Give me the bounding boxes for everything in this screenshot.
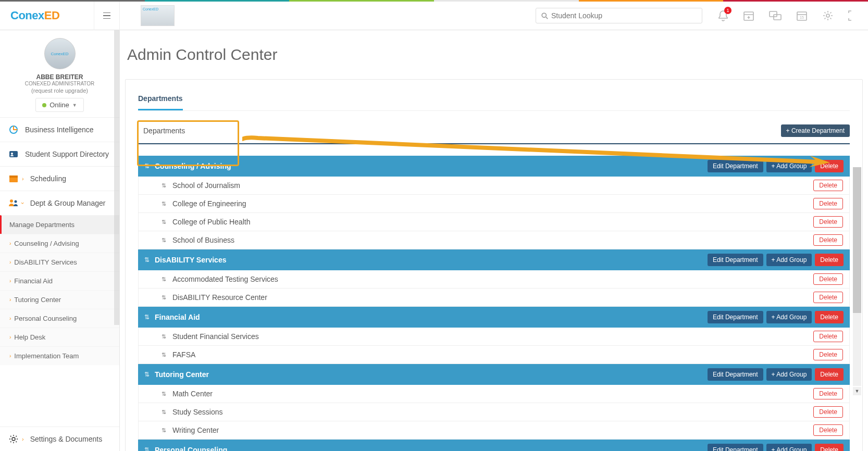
- sort-handle-icon[interactable]: ⇅: [144, 371, 150, 378]
- group-row[interactable]: ⇅DisABILITY Resource CenterDelete: [138, 289, 850, 307]
- svg-point-13: [15, 201, 17, 203]
- delete-department-button[interactable]: Delete: [815, 254, 844, 266]
- nav-student-directory[interactable]: Student Support Directory: [0, 142, 119, 166]
- nav-settings-documents[interactable]: › Settings & Documents: [0, 427, 119, 451]
- sort-handle-icon[interactable]: ⇅: [162, 182, 166, 189]
- student-lookup-search[interactable]: [536, 8, 702, 23]
- sort-handle-icon[interactable]: ⇅: [144, 446, 150, 451]
- sort-handle-icon[interactable]: ⇅: [162, 333, 166, 340]
- group-row[interactable]: ⇅College of Public HealthDelete: [138, 213, 850, 231]
- avatar[interactable]: ConexED: [44, 38, 76, 69]
- add-group-button[interactable]: + Add Group: [766, 368, 812, 381]
- delete-group-button[interactable]: Delete: [813, 198, 843, 209]
- delete-group-button[interactable]: Delete: [813, 292, 843, 303]
- delete-group-button[interactable]: Delete: [813, 349, 843, 360]
- role-upgrade-link[interactable]: (request role upgrade): [5, 87, 114, 94]
- group-row[interactable]: ⇅FAFSADelete: [138, 346, 850, 364]
- sidebar-scrollbar[interactable]: [114, 30, 119, 325]
- delete-department-button[interactable]: Delete: [815, 160, 844, 172]
- group-name: School of Business: [172, 236, 234, 244]
- calendar-plus-icon[interactable]: [743, 10, 754, 21]
- sort-handle-icon[interactable]: ⇅: [162, 294, 166, 301]
- group-row[interactable]: ⇅School of BusinessDelete: [138, 231, 850, 249]
- sort-handle-icon[interactable]: ⇅: [162, 352, 166, 358]
- delete-group-button[interactable]: Delete: [813, 180, 843, 191]
- tab-departments[interactable]: Departments: [138, 90, 183, 110]
- group-row[interactable]: ⇅Student Financial ServicesDelete: [138, 328, 850, 346]
- nav-dept-group-manager[interactable]: › Dept & Group Manager: [0, 191, 119, 215]
- edit-department-button[interactable]: Edit Department: [708, 160, 763, 172]
- sort-handle-icon[interactable]: ⇅: [162, 201, 166, 207]
- delete-department-button[interactable]: Delete: [815, 444, 844, 451]
- group-row[interactable]: ⇅Accommodated Testing ServicesDelete: [138, 270, 850, 289]
- sort-handle-icon[interactable]: ⇅: [162, 237, 166, 244]
- brand-logo[interactable]: ConexED: [0, 9, 94, 22]
- delete-group-button[interactable]: Delete: [813, 234, 843, 246]
- department-row[interactable]: ⇅Personal CounselingEdit Department+ Add…: [138, 440, 850, 451]
- calendar-icon: [8, 174, 19, 183]
- group-row[interactable]: ⇅Writing CenterDelete: [138, 421, 850, 440]
- status-dropdown[interactable]: Online ▼: [35, 98, 84, 112]
- department-row[interactable]: ⇅Tutoring CenterEdit Department+ Add Gro…: [138, 364, 850, 385]
- list-scrollbar[interactable]: ▼: [853, 167, 861, 386]
- delete-group-button[interactable]: Delete: [813, 406, 843, 418]
- subnav-item[interactable]: ›Help Desk: [0, 328, 119, 346]
- search-input[interactable]: [551, 11, 697, 20]
- sort-handle-icon[interactable]: ⇅: [162, 219, 166, 226]
- scrollbar-down-icon[interactable]: ▼: [853, 387, 861, 395]
- create-department-button[interactable]: + Create Department: [781, 124, 850, 137]
- sort-handle-icon[interactable]: ⇅: [144, 314, 150, 321]
- department-row[interactable]: ⇅DisABILITY ServicesEdit Department+ Add…: [138, 249, 850, 270]
- subnav-item[interactable]: ›Personal Counseling: [0, 309, 119, 328]
- delete-department-button[interactable]: Delete: [815, 368, 844, 381]
- section-header: Departments + Create Department: [138, 121, 850, 144]
- subnav-item[interactable]: ›Tutoring Center: [0, 290, 119, 309]
- subnav-item[interactable]: ›Financial Aid: [0, 271, 119, 290]
- sidebar: ConexED ABBE BREITER CONEXED ADMINISTRAT…: [0, 30, 120, 451]
- delete-group-button[interactable]: Delete: [813, 388, 843, 399]
- nav-business-intelligence[interactable]: Business Intelligence: [0, 117, 119, 142]
- subnav-manage-departments[interactable]: Manage Departments: [0, 215, 119, 234]
- sort-handle-icon[interactable]: ⇅: [162, 409, 166, 416]
- delete-group-button[interactable]: Delete: [813, 216, 843, 228]
- sort-handle-icon[interactable]: ⇅: [162, 391, 166, 397]
- edit-department-button[interactable]: Edit Department: [708, 254, 763, 266]
- subnav-item[interactable]: ›DisABILITY Services: [0, 253, 119, 271]
- messages-icon[interactable]: [769, 10, 782, 21]
- group-name: DisABILITY Resource Center: [172, 293, 267, 302]
- add-group-button[interactable]: + Add Group: [766, 160, 812, 172]
- svg-point-12: [10, 199, 13, 203]
- chevron-right-icon: ›: [22, 436, 24, 442]
- edit-department-button[interactable]: Edit Department: [708, 444, 763, 451]
- expand-icon[interactable]: [848, 10, 858, 21]
- sort-handle-icon[interactable]: ⇅: [144, 162, 150, 170]
- add-group-button[interactable]: + Add Group: [766, 444, 812, 451]
- group-row[interactable]: ⇅Study SessionsDelete: [138, 403, 850, 421]
- sort-handle-icon[interactable]: ⇅: [144, 256, 150, 264]
- delete-group-button[interactable]: Delete: [813, 331, 843, 342]
- group-row[interactable]: ⇅College of EngineeringDelete: [138, 195, 850, 213]
- notifications-icon[interactable]: 1: [718, 10, 728, 21]
- subnav-item[interactable]: ›Implementation Team: [0, 346, 119, 365]
- nav-scheduling[interactable]: › Scheduling: [0, 166, 119, 191]
- department-row[interactable]: ⇅Counseling / AdvisingEdit Department+ A…: [138, 156, 850, 177]
- settings-gear-icon[interactable]: [822, 10, 834, 21]
- sidebar-toggle[interactable]: [94, 2, 120, 30]
- group-row[interactable]: ⇅School of JournalismDelete: [138, 177, 850, 195]
- add-group-button[interactable]: + Add Group: [766, 311, 812, 323]
- page-title: Admin Control Center: [127, 46, 863, 64]
- edit-department-button[interactable]: Edit Department: [708, 368, 763, 381]
- delete-group-button[interactable]: Delete: [813, 424, 843, 436]
- sort-handle-icon[interactable]: ⇅: [162, 276, 166, 283]
- edit-department-button[interactable]: Edit Department: [708, 311, 763, 323]
- calendar-date-icon[interactable]: 15: [796, 10, 808, 21]
- sort-handle-icon[interactable]: ⇅: [162, 427, 166, 434]
- org-logo-thumb[interactable]: ConexED: [141, 5, 175, 26]
- delete-group-button[interactable]: Delete: [813, 273, 843, 285]
- subnav-item[interactable]: ›Counseling / Advising: [0, 234, 119, 253]
- header-bar: ConexED ConexED 1 15: [0, 2, 868, 30]
- add-group-button[interactable]: + Add Group: [766, 254, 812, 266]
- group-row[interactable]: ⇅Math CenterDelete: [138, 385, 850, 403]
- department-row[interactable]: ⇅Financial AidEdit Department+ Add Group…: [138, 307, 850, 328]
- delete-department-button[interactable]: Delete: [815, 311, 844, 323]
